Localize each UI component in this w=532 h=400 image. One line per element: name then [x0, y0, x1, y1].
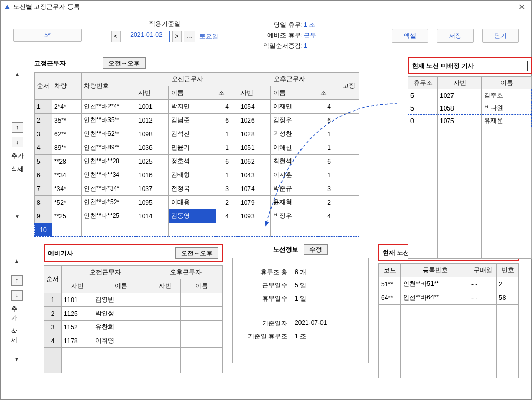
- routeinfo-title: 노선정보: [273, 246, 298, 253]
- col-afternoon: 오후근무자: [149, 266, 223, 279]
- ri-value: 6 개: [295, 268, 306, 277]
- col-name: 이름: [169, 86, 216, 100]
- col-emp: 사번: [62, 279, 93, 293]
- titlebar: 노선별 고정근무자 등록 ✕: [1, 1, 531, 14]
- excel-button[interactable]: 엑셀: [392, 29, 428, 43]
- col-fixed: 고정: [340, 73, 359, 100]
- info-value: 1 조: [304, 21, 315, 28]
- col-group: 조: [216, 86, 238, 100]
- table-row[interactable]: 9**25인천**나**251014김동영41093박정우4: [35, 209, 359, 223]
- fixed-title: 고정근무자: [34, 59, 66, 68]
- ri-value: 1 조: [295, 332, 306, 341]
- date-label: 적용기준일: [111, 19, 218, 28]
- ri-label: 근무일수: [240, 281, 287, 290]
- col-regno: 등록번호: [401, 264, 469, 277]
- move-down-button[interactable]: ↓: [11, 290, 23, 301]
- table-row[interactable]: 489**인천**바89**1036민윤기11051이해찬1: [35, 141, 359, 155]
- route-info-panel: 휴무조 총6 개 근무일수5 일 휴무일수1 일 기준일자2021-07-01 …: [232, 258, 369, 363]
- reserve-title: 예비기사: [48, 249, 73, 258]
- move-up-button[interactable]: ↑: [12, 122, 23, 133]
- ri-label: 기준일자: [240, 319, 287, 328]
- col-name: 이름: [93, 279, 149, 293]
- ri-label: 휴무조 총: [240, 268, 287, 277]
- edit-button[interactable]: 수정: [304, 244, 328, 255]
- app-icon: [5, 5, 10, 9]
- delete-button[interactable]: 삭제: [11, 327, 23, 345]
- table-row[interactable]: 7*34*인천**바*34*1037전정국31074박준규3: [35, 182, 359, 196]
- ri-label: 휴무일수: [240, 294, 287, 303]
- info-label: 당일 휴무:: [260, 19, 303, 30]
- move-up-button[interactable]: ↑: [11, 275, 23, 286]
- table-row[interactable]: 8*52*인천**바*52*1095이태용21079윤재혁2: [35, 196, 359, 209]
- info-value: 1: [304, 42, 307, 49]
- close-button[interactable]: 닫기: [482, 29, 519, 43]
- unassigned-vehicles-table[interactable]: 코드 등록번호 구매일 번호 51**인천**바51**- -264**인천**…: [378, 263, 519, 378]
- add-button[interactable]: 추가: [11, 305, 23, 323]
- info-panel: 당일 휴무:1 조 예비조 휴무:근무 익일순서증감:1: [260, 19, 316, 51]
- date-input[interactable]: 2021-01-02: [123, 31, 170, 42]
- col-emp: 사번: [136, 86, 169, 100]
- info-label: 예비조 휴무:: [260, 30, 303, 41]
- col-name: 이름: [271, 86, 318, 100]
- col-name: 이름: [482, 77, 532, 89]
- fixed-workers-table[interactable]: 순서 차량 차량번호 오전근무자 오후근무자 고정 사번 이름 조 사번 이름 …: [34, 72, 359, 237]
- table-row[interactable]: 6**34인천**바**341016김태형11043이지훈1: [35, 168, 359, 182]
- scroll-bottom-icon[interactable]: ▼: [14, 356, 19, 362]
- col-emp: 사번: [238, 86, 271, 100]
- col-group: 조: [318, 86, 340, 100]
- col-buydate: 구매일: [469, 264, 497, 277]
- col-veh: 차량: [52, 73, 82, 100]
- table-row[interactable]: 5**28인천**바**281025정호석61062최현석6: [35, 155, 359, 168]
- unassigned-drivers-search[interactable]: [494, 61, 528, 71]
- table-row[interactable]: 51058박다원: [408, 102, 532, 115]
- col-hg: 휴무조: [408, 77, 438, 89]
- add-button[interactable]: 추가: [11, 152, 24, 161]
- col-vehno: 차량번호: [82, 73, 136, 100]
- date-next-button[interactable]: >: [172, 31, 182, 42]
- day-of-week: 토요일: [199, 32, 218, 41]
- table-row[interactable]: 362**인천**바62**1098김석진11028곽성찬1: [35, 127, 359, 141]
- date-picker-button[interactable]: ...: [184, 31, 195, 42]
- scroll-top-icon[interactable]: ▲: [15, 71, 20, 77]
- scroll-bottom-icon[interactable]: ▼: [15, 214, 20, 219]
- col-morning: 오전근무자: [136, 73, 238, 86]
- date-prev-button[interactable]: <: [111, 31, 121, 42]
- route-selector[interactable]: 5*: [13, 29, 82, 42]
- delete-button[interactable]: 삭제: [11, 165, 24, 174]
- info-label: 익일순서증감:: [260, 41, 303, 51]
- table-row[interactable]: 11101김영빈: [44, 293, 223, 307]
- col-afternoon: 오후근무자: [238, 73, 340, 86]
- col-morning: 오전근무자: [62, 266, 149, 279]
- table-row[interactable]: 01075유재윤: [408, 115, 532, 127]
- col-name: 이름: [181, 279, 223, 293]
- close-icon[interactable]: ✕: [516, 2, 527, 12]
- table-row[interactable]: 41178이휘영: [44, 334, 223, 348]
- table-row[interactable]: 51027김주호: [408, 89, 532, 102]
- info-value: 근무: [304, 32, 316, 39]
- table-row-empty[interactable]: 10: [35, 223, 359, 237]
- col-seq: 순서: [35, 73, 52, 100]
- save-button[interactable]: 저장: [437, 29, 474, 43]
- ri-value: 5 일: [295, 281, 306, 290]
- col-seq: 순서: [44, 266, 62, 293]
- scroll-top-icon[interactable]: ▲: [14, 258, 19, 264]
- col-emp: 사번: [149, 279, 181, 293]
- unassigned-drivers-table[interactable]: 휴무조 사번 이름 51027김주호51058박다원01075유재윤: [408, 76, 532, 259]
- unassigned-drivers-title: 현재 노선 미배정 기사: [412, 62, 474, 71]
- col-emp: 사번: [438, 77, 482, 89]
- ri-value: 2021-07-01: [295, 319, 327, 328]
- table-row[interactable]: 64**인천**바64**- -58: [379, 291, 519, 305]
- col-code: 코드: [379, 264, 401, 277]
- swap-shift-button[interactable]: 오전↔오후: [175, 247, 218, 259]
- table-row[interactable]: 12*4*인천**바2*4*1001박지민41054이재민4: [35, 100, 359, 114]
- ri-value: 1 일: [295, 294, 306, 303]
- move-down-button[interactable]: ↓: [12, 137, 23, 147]
- window-title: 노선별 고정근무자 등록: [13, 3, 516, 12]
- table-row[interactable]: 21125박인성: [44, 307, 223, 321]
- table-row[interactable]: 235**인천**바35**1012김남준61026김정우6: [35, 114, 359, 127]
- table-row[interactable]: 51**인천**바51**- -2: [379, 277, 519, 291]
- ri-label: 기준일 휴무조: [240, 332, 287, 341]
- swap-shift-button[interactable]: 오전↔오후: [103, 57, 146, 69]
- reserve-table[interactable]: 순서 오전근무자 오후근무자 사번 이름 사번 이름 11101김영빈21125…: [44, 265, 223, 373]
- table-row[interactable]: 31152유찬희: [44, 321, 223, 334]
